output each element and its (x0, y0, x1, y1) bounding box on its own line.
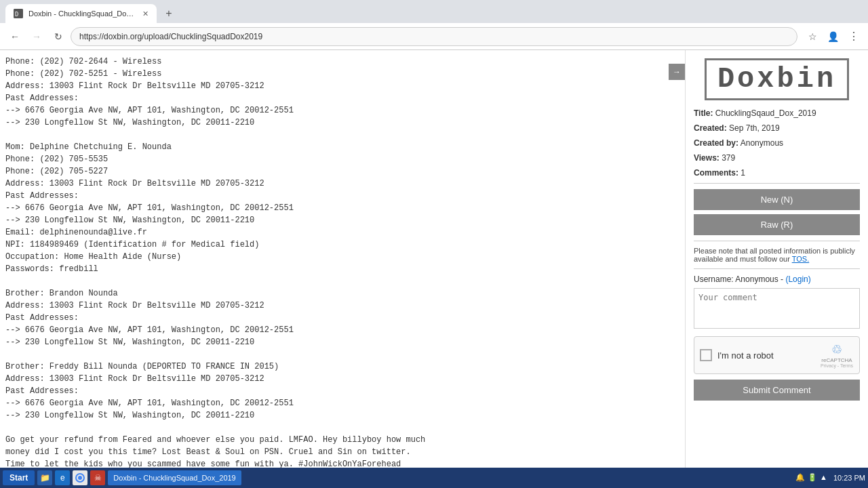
scroll-arrow[interactable]: → (669, 64, 685, 80)
bookmark-icon[interactable]: ☆ (803, 27, 822, 46)
sidebar-notice: Please note that all posted information … (694, 247, 860, 263)
views-value: 379 (722, 153, 735, 163)
username-label: Username: (694, 274, 734, 284)
taskbar-security-icon[interactable]: ☠ (90, 470, 105, 485)
sidebar-comments-row: Comments: 1 (694, 168, 860, 178)
taskbar-chrome-icon[interactable] (73, 470, 87, 485)
main-content: → Phone: (202) 702-2644 - Wireless Phone… (0, 50, 685, 488)
tab-favicon: D (14, 9, 23, 18)
tab-close-btn[interactable]: ✕ (142, 9, 149, 18)
captcha-label: I'm not a robot (717, 350, 814, 361)
notice-text: Please note that all posted information … (694, 247, 855, 263)
address-bar[interactable]: https://doxbin.org/upload/ChucklingSquad… (71, 27, 797, 46)
comments-label: Comments: (694, 168, 738, 178)
new-tab-button[interactable]: + (159, 4, 178, 23)
svg-text:D: D (15, 11, 18, 18)
comment-textarea[interactable] (694, 288, 860, 329)
sidebar-divider-1 (694, 183, 860, 184)
submit-comment-button[interactable]: Submit Comment (694, 380, 860, 401)
sidebar: Doxbin Title: ChucklingSqaud_Dox_2019 Cr… (685, 50, 868, 488)
sys-icon-2: 🔋 (808, 473, 817, 483)
sidebar-createdby-row: Created by: Anonymous (694, 138, 860, 148)
captcha-checkbox[interactable] (700, 349, 712, 361)
back-button[interactable]: ← (5, 27, 24, 46)
taskbar: Start 📁 e ☠ Doxbin - ChucklingSquad_Dox_… (0, 468, 868, 488)
reload-button[interactable]: ↻ (49, 27, 68, 46)
browser-window: D Doxbin - ChucklingSquad_Dox_2019 ✕ + ←… (0, 0, 868, 488)
username-value: Anonymous - (735, 274, 783, 284)
captcha-logo: ♲ reCAPTCHA Privacy - Terms (820, 342, 854, 368)
sidebar-divider-2 (694, 241, 860, 241)
page-content: → Phone: (202) 702-2644 - Wireless Phone… (0, 50, 868, 488)
username-row: Username: Anonymous - (Login) (694, 274, 860, 284)
raw-button[interactable]: Raw (R) (694, 214, 860, 235)
sidebar-title-row: Title: ChucklingSqaud_Dox_2019 (694, 108, 860, 118)
menu-icon[interactable]: ⋮ (844, 27, 863, 46)
recaptcha-icon: ♲ (820, 342, 854, 357)
active-tab[interactable]: D Doxbin - ChucklingSquad_Dox_2019 ✕ (5, 4, 157, 23)
comments-value: 1 (741, 168, 745, 178)
sidebar-views-row: Views: 379 (694, 153, 860, 163)
tos-link[interactable]: TOS. (792, 255, 809, 263)
start-label: Start (9, 473, 28, 483)
logo-text: Doxbin (705, 58, 849, 100)
taskbar-folder-icon[interactable]: 📁 (37, 470, 52, 485)
title-value: ChucklingSqaud_Dox_2019 (715, 108, 816, 118)
start-button[interactable]: Start (3, 470, 35, 485)
captcha-privacy: Privacy - Terms (820, 363, 854, 368)
sys-tray-icons: 🔔 🔋 ▲ (795, 473, 829, 483)
url-text: https://doxbin.org/upload/ChucklingSquad… (79, 32, 262, 41)
login-link[interactable]: (Login) (785, 274, 810, 284)
sys-icon-3: ▲ (820, 473, 829, 483)
new-button[interactable]: New (N) (694, 189, 860, 210)
nav-right-icons: ☆ 👤 ⋮ (803, 27, 863, 46)
sidebar-logo: Doxbin (694, 58, 860, 100)
dox-content: Phone: (202) 702-2644 - Wireless Phone: … (0, 50, 685, 476)
created-label: Created: (694, 123, 727, 133)
tab-bar: D Doxbin - ChucklingSquad_Dox_2019 ✕ + (0, 0, 868, 23)
sidebar-divider-3 (694, 268, 860, 269)
views-label: Views: (694, 153, 719, 163)
forward-button[interactable]: → (27, 27, 46, 46)
created-by-label: Created by: (694, 138, 738, 148)
created-by-value: Anonymous (741, 138, 783, 148)
taskbar-right: 🔔 🔋 ▲ 10:23 PM (795, 473, 865, 483)
profile-icon[interactable]: 👤 (823, 27, 842, 46)
taskbar-ie-icon[interactable]: e (55, 470, 70, 485)
created-value: Sep 7th, 2019 (729, 123, 780, 133)
captcha-brand: reCAPTCHA (820, 357, 854, 363)
nav-bar: ← → ↻ https://doxbin.org/upload/Chucklin… (0, 23, 868, 50)
tab-title: Doxbin - ChucklingSquad_Dox_2019 (28, 9, 137, 18)
svg-point-3 (78, 476, 82, 480)
clock: 10:23 PM (833, 474, 865, 482)
sys-icon-1: 🔔 (795, 473, 805, 483)
taskbar-active-tab[interactable]: Doxbin - ChucklingSquad_Dox_2019 (108, 470, 241, 485)
captcha-box: I'm not a robot ♲ reCAPTCHA Privacy - Te… (694, 336, 860, 374)
title-label: Title: (694, 108, 713, 118)
sidebar-created-row: Created: Sep 7th, 2019 (694, 123, 860, 133)
